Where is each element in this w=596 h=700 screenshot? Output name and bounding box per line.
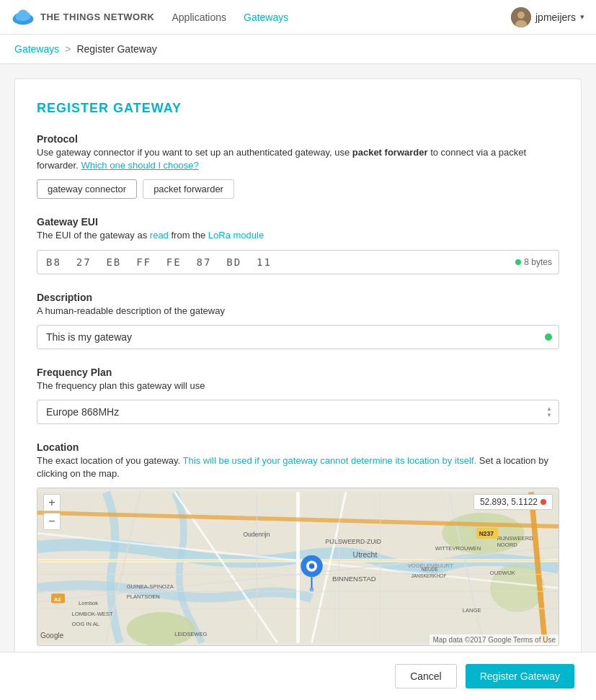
frequency-plan-select[interactable]: Europe 868MHz US 915MHz AU 915MHz xyxy=(37,400,559,424)
footer-actions: Cancel Register Gateway xyxy=(0,652,596,700)
svg-text:LEIDSEWEG: LEIDSEWEG xyxy=(174,631,207,637)
svg-text:N237: N237 xyxy=(479,531,494,538)
protocol-section: Protocol Use gateway connector if you wa… xyxy=(37,133,559,199)
svg-text:JANSKERKHOF: JANSKERKHOF xyxy=(411,574,446,579)
svg-text:LANGE: LANGE xyxy=(463,607,481,614)
nav-applications[interactable]: Applications xyxy=(172,12,227,23)
eui-desc-read: read xyxy=(150,230,169,241)
svg-text:Lombok: Lombok xyxy=(79,601,98,607)
protocol-label: Protocol xyxy=(37,133,559,145)
protocol-desc-gc: gateway connector xyxy=(56,147,135,158)
gateway-eui-input-wrapper: 8 bytes xyxy=(37,250,559,274)
location-desc: The exact location of you gateway. This … xyxy=(37,454,559,480)
svg-text:A2: A2 xyxy=(54,596,61,603)
logo-text: THE THINGS NETWORK xyxy=(40,12,155,22)
map-google-logo: Google xyxy=(40,630,72,642)
nav-gateways[interactable]: Gateways xyxy=(244,12,288,23)
logo[interactable]: THE THINGS NETWORK xyxy=(12,9,155,26)
eui-dot xyxy=(515,259,521,265)
svg-text:OOG IN AL: OOG IN AL xyxy=(72,621,99,627)
location-label: Location xyxy=(37,441,559,453)
svg-point-7 xyxy=(517,12,525,19)
protocol-btn-gateway-connector[interactable]: gateway connector xyxy=(37,179,137,199)
description-input-wrapper xyxy=(37,325,559,349)
gateway-eui-label: Gateway EUI xyxy=(37,216,559,228)
nav-left: THE THINGS NETWORK Applications Gateways xyxy=(12,9,288,26)
gateway-eui-input[interactable] xyxy=(37,250,559,274)
dropdown-icon[interactable]: ▾ xyxy=(580,12,584,22)
svg-point-10 xyxy=(127,612,195,646)
main-content: REGISTER GATEWAY Protocol Use gateway co… xyxy=(0,64,596,700)
eui-desc-start: The EUI of the gateway as xyxy=(37,230,147,241)
register-gateway-button[interactable]: Register Gateway xyxy=(466,664,574,688)
protocol-options: gateway connector packet forwarder xyxy=(37,179,559,199)
frequency-plan-select-wrapper: Europe 868MHz US 915MHz AU 915MHz ▲ ▼ xyxy=(37,400,559,424)
map-zoom-out[interactable]: − xyxy=(43,513,61,530)
protocol-btn-packet-forwarder[interactable]: packet forwarder xyxy=(143,179,234,199)
svg-text:RIJNSWEERD: RIJNSWEERD xyxy=(497,535,533,542)
svg-text:WITTEVROUWEN: WITTEVROUWEN xyxy=(435,546,481,552)
description-section: Description A human-readable description… xyxy=(37,292,559,349)
page-title: REGISTER GATEWAY xyxy=(37,101,559,116)
freq-desc-text: The frequency plan this gateway will use xyxy=(37,380,205,391)
protocol-desc-pf: packet forwarder xyxy=(352,147,428,158)
svg-text:PLANTSOEN: PLANTSOEN xyxy=(127,593,160,600)
svg-text:OUDWIJK: OUDWIJK xyxy=(490,570,515,576)
avatar-img xyxy=(511,7,531,27)
svg-text:BINNENSTAD: BINNENSTAD xyxy=(332,575,376,583)
register-gateway-card: REGISTER GATEWAY Protocol Use gateway co… xyxy=(14,78,582,700)
svg-point-45 xyxy=(310,588,314,592)
gateway-eui-section: Gateway EUI The EUI of the gateway as re… xyxy=(37,216,559,274)
desc-dot xyxy=(545,333,552,341)
map-zoom-in[interactable]: + xyxy=(43,494,61,511)
svg-text:LOMBOK-WEST: LOMBOK-WEST xyxy=(72,611,113,617)
map-coords-dot xyxy=(541,499,546,505)
eui-desc-mid: from the xyxy=(171,230,205,241)
map-svg: Utrecht PIJLSWEERD-ZUID BINNENSTAD Ouden… xyxy=(37,488,559,646)
loc-desc-start: The exact location of you gateway. xyxy=(37,455,180,466)
map-coords: 52.893, 5.1122 xyxy=(473,494,553,510)
eui-desc-lora: LoRa module xyxy=(208,230,264,241)
description-label: Description xyxy=(37,292,559,303)
map-container[interactable]: Utrecht PIJLSWEERD-ZUID BINNENSTAD Ouden… xyxy=(37,488,559,646)
logo-icon xyxy=(12,9,35,26)
svg-point-43 xyxy=(309,564,315,570)
breadcrumb: Gateways > Register Gateway xyxy=(0,35,596,64)
user-name: jpmeijers xyxy=(535,12,576,23)
eui-badge: 8 bytes xyxy=(515,257,552,267)
svg-text:PIJLSWEERD-ZUID: PIJLSWEERD-ZUID xyxy=(326,538,381,545)
frequency-plan-label: Frequency Plan xyxy=(37,367,559,378)
svg-text:NOORD: NOORD xyxy=(497,542,517,549)
frequency-plan-section: Frequency Plan The frequency plan this g… xyxy=(37,367,559,424)
svg-point-4 xyxy=(16,12,24,20)
avatar xyxy=(511,7,531,27)
svg-text:Utrecht: Utrecht xyxy=(353,551,378,559)
loc-desc-link: This will be used if your gateway cannot… xyxy=(183,455,477,466)
location-section: Location The exact location of you gatew… xyxy=(37,441,559,646)
topnav: THE THINGS NETWORK Applications Gateways… xyxy=(0,0,596,35)
breadcrumb-current: Register Gateway xyxy=(76,43,156,55)
gateway-eui-desc: The EUI of the gateway as read from the … xyxy=(37,229,559,242)
protocol-desc-mid: if you want to set up an authenticated g… xyxy=(138,147,350,158)
nav-right: jpmeijers ▾ xyxy=(511,7,584,27)
map-coords-text: 52.893, 5.1122 xyxy=(480,497,538,507)
google-logo-svg: Google xyxy=(40,630,72,640)
protocol-desc-start: Use xyxy=(37,147,53,158)
eui-badge-text: 8 bytes xyxy=(524,257,552,267)
svg-text:Oudenrijn: Oudenrijn xyxy=(243,531,270,539)
map-attribution: Map data ©2017 Google Terms of Use xyxy=(430,634,559,645)
frequency-plan-desc: The frequency plan this gateway will use xyxy=(37,380,559,392)
description-input[interactable] xyxy=(37,325,559,349)
desc-text: A human-readable description of the gate… xyxy=(37,305,225,316)
cancel-button[interactable]: Cancel xyxy=(395,664,457,688)
svg-text:Google: Google xyxy=(40,632,64,640)
svg-text:GUINEA-SPINOZA: GUINEA-SPINOZA xyxy=(127,583,174,590)
protocol-desc-link[interactable]: Which one should I choose? xyxy=(81,160,198,171)
svg-point-5 xyxy=(22,12,30,19)
svg-text:VOGELENBUURT: VOGELENBUURT xyxy=(408,562,453,569)
desc-badge xyxy=(545,333,552,341)
breadcrumb-separator: > xyxy=(65,43,71,55)
map-controls: + − xyxy=(43,494,61,530)
description-desc: A human-readable description of the gate… xyxy=(37,305,559,318)
breadcrumb-gateways[interactable]: Gateways xyxy=(14,43,59,55)
